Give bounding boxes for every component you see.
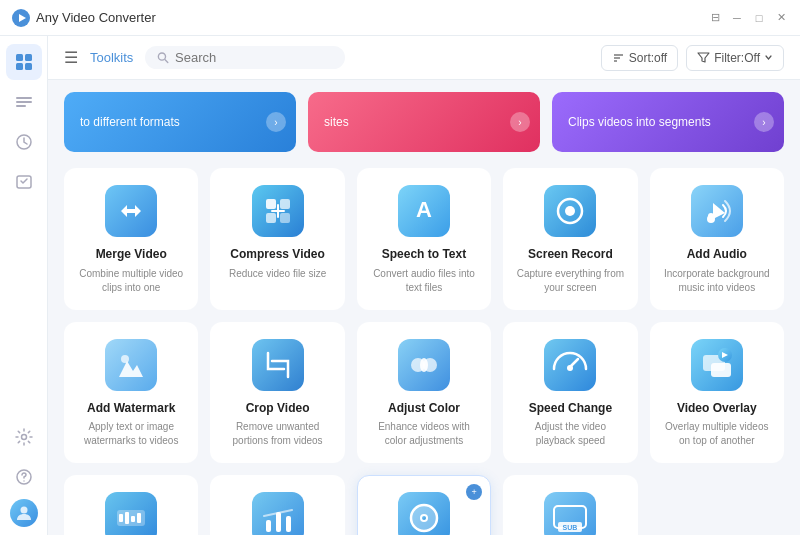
- svg-point-14: [20, 507, 27, 514]
- banner-download-arrow: ›: [510, 112, 530, 132]
- tool-card-audio-filter[interactable]: Audio Filter Modify the audio and apply …: [210, 475, 344, 535]
- add-audio-desc: Incorporate background music into videos: [663, 267, 771, 295]
- filter-icon: [697, 51, 710, 64]
- svg-rect-56: [276, 512, 281, 532]
- screen-record-desc: Capture everything from your screen: [516, 267, 624, 295]
- track-extract-icon-wrap: [105, 492, 157, 535]
- svg-rect-34: [105, 339, 157, 391]
- sort-icon: [612, 51, 625, 64]
- merge-video-desc: Combine multiple video clips into one: [77, 267, 185, 295]
- svg-point-15: [159, 53, 166, 60]
- merge-video-icon-wrap: [105, 185, 157, 237]
- svg-rect-57: [286, 516, 291, 532]
- toolbar: ☰ Toolkits Sort:off Filter:Off: [48, 36, 800, 80]
- svg-rect-36: [252, 339, 304, 391]
- svg-rect-6: [16, 97, 32, 99]
- tool-card-add-subtitles[interactable]: SUB Add Subtitles Insert subtitles into …: [503, 475, 637, 535]
- crop-video-desc: Remove unwanted portions from videos: [223, 420, 331, 448]
- svg-rect-8: [16, 105, 26, 107]
- video-overlay-icon-wrap: [691, 339, 743, 391]
- sidebar-item-settings[interactable]: [6, 419, 42, 455]
- tool-card-compress-video[interactable]: Compress Video Reduce video file size: [210, 168, 344, 310]
- sort-button[interactable]: Sort:off: [601, 45, 678, 71]
- tool-card-dvd-burning[interactable]: + DVD Burning Burn videos onto DVD discs…: [357, 475, 491, 535]
- tool-card-speech-to-text[interactable]: A Speech to Text Convert audio files int…: [357, 168, 491, 310]
- speech-to-text-desc: Convert audio files into text files: [370, 267, 478, 295]
- menu-icon[interactable]: ☰: [64, 48, 78, 67]
- speed-change-icon-wrap: [544, 339, 596, 391]
- tool-card-screen-record[interactable]: Screen Record Capture everything from yo…: [503, 168, 637, 310]
- sort-label: Sort:off: [629, 51, 667, 65]
- svg-point-43: [567, 365, 573, 371]
- banner-convert[interactable]: to different formats ›: [64, 92, 296, 152]
- screen-record-icon-wrap: [544, 185, 596, 237]
- tool-card-merge-video[interactable]: Merge Video Combine multiple video clips…: [64, 168, 198, 310]
- svg-point-13: [23, 480, 24, 481]
- speed-change-desc: Adjust the video playback speed: [516, 420, 624, 448]
- filter-button[interactable]: Filter:Off: [686, 45, 784, 71]
- add-audio-icon-wrap: [691, 185, 743, 237]
- tool-card-speed-change[interactable]: Speed Change Adjust the video playback s…: [503, 322, 637, 464]
- banner-row: to different formats › sites › Clips vid…: [64, 92, 784, 152]
- window-controls: ⊟ ─ □ ✕: [708, 11, 788, 25]
- search-input[interactable]: [175, 50, 333, 65]
- content-area: ☰ Toolkits Sort:off Filter:Off: [48, 36, 800, 535]
- svg-point-63: [422, 516, 426, 520]
- app-logo: [12, 9, 30, 27]
- speech-to-text-name: Speech to Text: [382, 247, 466, 263]
- crop-video-icon-wrap: [252, 339, 304, 391]
- sidebar-item-home[interactable]: [6, 44, 42, 80]
- tool-card-video-overlay[interactable]: Video Overlay Overlay multiple videos on…: [650, 322, 784, 464]
- svg-rect-7: [16, 101, 32, 103]
- avatar[interactable]: [10, 499, 38, 527]
- svg-rect-51: [125, 512, 129, 524]
- svg-rect-22: [266, 199, 276, 209]
- breadcrumb-root: Toolkits: [90, 50, 133, 65]
- add-watermark-name: Add Watermark: [87, 401, 175, 417]
- svg-rect-23: [280, 199, 290, 209]
- close-button[interactable]: ✕: [774, 11, 788, 25]
- toolbar-right: Sort:off Filter:Off: [601, 45, 784, 71]
- svg-rect-50: [119, 514, 123, 522]
- search-icon: [157, 51, 169, 64]
- banner-download[interactable]: sites ›: [308, 92, 540, 152]
- maximize-button[interactable]: □: [752, 11, 766, 25]
- tool-card-add-watermark[interactable]: Add Watermark Apply text or image waterm…: [64, 322, 198, 464]
- video-overlay-desc: Overlay multiple videos on top of anothe…: [663, 420, 771, 448]
- adjust-color-name: Adjust Color: [388, 401, 460, 417]
- sidebar-item-tasks[interactable]: [6, 164, 42, 200]
- minimize-button[interactable]: ─: [730, 11, 744, 25]
- sidebar-item-tools[interactable]: [6, 84, 42, 120]
- filter-label: Filter:Off: [714, 51, 760, 65]
- dvd-burning-badge: +: [466, 484, 482, 500]
- compress-video-icon-wrap: [252, 185, 304, 237]
- compress-video-desc: Reduce video file size: [229, 267, 326, 281]
- dvd-burning-icon-wrap: [398, 492, 450, 535]
- add-watermark-icon-wrap: [105, 339, 157, 391]
- adjust-color-icon-wrap: [398, 339, 450, 391]
- add-audio-name: Add Audio: [687, 247, 747, 263]
- video-overlay-name: Video Overlay: [677, 401, 757, 417]
- speech-to-text-icon-wrap: A: [398, 185, 450, 237]
- tile-button[interactable]: ⊟: [708, 11, 722, 25]
- tool-card-adjust-color[interactable]: Adjust Color Enhance videos with color a…: [357, 322, 491, 464]
- merge-video-name: Merge Video: [96, 247, 167, 263]
- tool-card-crop-video[interactable]: Crop Video Remove unwanted portions from…: [210, 322, 344, 464]
- scroll-area[interactable]: to different formats › sites › Clips vid…: [48, 80, 800, 535]
- sidebar-item-help[interactable]: [6, 459, 42, 495]
- adjust-color-desc: Enhance videos with color adjustments: [370, 420, 478, 448]
- tool-card-track-extract[interactable]: Track Extract Remove audio and subtitles…: [64, 475, 198, 535]
- svg-text:A: A: [416, 197, 432, 222]
- banner-clip[interactable]: Clips videos into segments ›: [552, 92, 784, 152]
- svg-text:SUB: SUB: [563, 524, 578, 531]
- breadcrumb[interactable]: Toolkits: [90, 50, 133, 65]
- screen-record-name: Screen Record: [528, 247, 613, 263]
- sidebar-item-history[interactable]: [6, 124, 42, 160]
- search-box[interactable]: [145, 46, 345, 69]
- svg-rect-25: [280, 213, 290, 223]
- speed-change-name: Speed Change: [529, 401, 612, 417]
- svg-point-40: [420, 358, 428, 372]
- svg-rect-3: [25, 54, 32, 61]
- tool-card-add-audio[interactable]: Add Audio Incorporate background music i…: [650, 168, 784, 310]
- title-bar: Any Video Converter ⊟ ─ □ ✕: [0, 0, 800, 36]
